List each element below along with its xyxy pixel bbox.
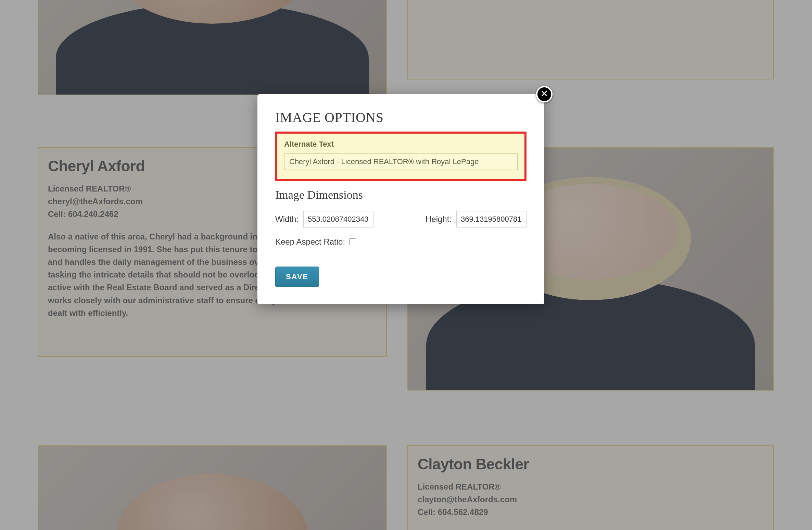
- keep-aspect-label: Keep Aspect Ratio:: [275, 237, 345, 247]
- height-label: Height:: [426, 214, 452, 224]
- alt-text-input[interactable]: [284, 153, 518, 170]
- height-input[interactable]: [456, 211, 526, 227]
- save-button[interactable]: SAVE: [275, 267, 319, 287]
- close-icon: [541, 90, 548, 98]
- width-input[interactable]: [303, 211, 373, 227]
- keep-aspect-row: Keep Aspect Ratio:: [275, 237, 526, 247]
- keep-aspect-checkbox[interactable]: [349, 238, 356, 245]
- alt-text-label: Alternate Text: [284, 140, 518, 149]
- width-label: Width:: [275, 214, 299, 224]
- image-options-modal: IMAGE OPTIONS Alternate Text Image Dimen…: [257, 94, 544, 304]
- dimensions-row: Width: Height:: [275, 211, 526, 227]
- modal-title: IMAGE OPTIONS: [275, 109, 526, 125]
- alt-text-section: Alternate Text: [275, 132, 526, 181]
- close-button[interactable]: [536, 86, 553, 102]
- image-dimensions-heading: Image Dimensions: [275, 188, 526, 201]
